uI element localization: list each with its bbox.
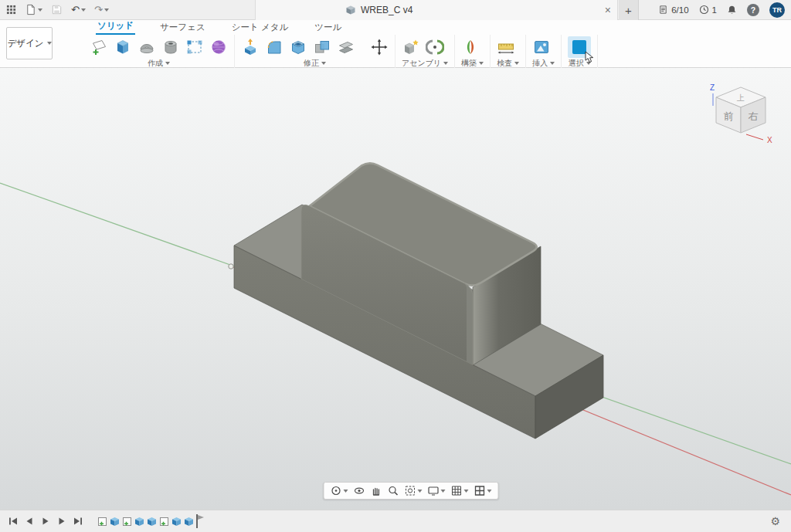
combine-icon[interactable]	[313, 38, 331, 56]
view-cube[interactable]: Z 上 前 右 X	[706, 80, 777, 151]
timeline-feature-extrude[interactable]	[171, 517, 182, 527]
chevron-down-icon	[550, 62, 555, 65]
redo-icon: ↷	[94, 4, 103, 15]
timeline-feature-extrude[interactable]	[110, 517, 120, 527]
workspace-label: デザイン	[7, 38, 43, 49]
construct-label: 構築	[461, 58, 477, 69]
document-tab[interactable]: WREB_C v4 ×	[255, 0, 618, 20]
press-pull-icon[interactable]	[241, 38, 260, 56]
tab-tools[interactable]: ツール	[313, 22, 343, 35]
titlebar: ↶ ↷ WREB_C v4 × + 6/10 1	[0, 0, 791, 20]
bell-icon[interactable]	[727, 5, 737, 15]
tab-surface[interactable]: サーフェス	[158, 22, 207, 35]
create-sketch-icon[interactable]	[90, 38, 108, 56]
pan-hand-icon	[371, 485, 382, 496]
tab-sheet-metal[interactable]: シート メタル	[230, 22, 290, 35]
assemble-dropdown[interactable]: アセンブリ	[402, 58, 448, 69]
group-inspect: 検査	[491, 35, 526, 71]
help-button[interactable]: ?	[747, 4, 759, 16]
look-at-button[interactable]	[354, 485, 365, 496]
split-body-icon[interactable]	[337, 38, 355, 56]
timeline-feature-extrude[interactable]	[134, 517, 144, 527]
ribbon-tabs: ソリッド サーフェス シート メタル ツール	[59, 20, 791, 35]
select-tool-button[interactable]	[568, 36, 591, 58]
revolve-icon[interactable]	[137, 38, 156, 56]
chevron-down-icon	[321, 62, 326, 65]
notification-center-button[interactable]: 1	[699, 5, 717, 15]
fit-button[interactable]	[405, 485, 423, 496]
chevron-down-icon	[418, 490, 423, 493]
mouse-cursor-icon	[585, 51, 595, 63]
pan-button[interactable]	[371, 485, 382, 496]
grid-snaps-button[interactable]	[451, 485, 469, 496]
create-form-icon[interactable]	[209, 38, 228, 56]
create-dropdown[interactable]: 作成	[90, 58, 228, 69]
inspect-dropdown[interactable]: 検査	[497, 58, 519, 69]
inspect-label: 検査	[497, 58, 512, 69]
timeline-feature-extrude[interactable]	[147, 517, 157, 527]
move-copy-icon[interactable]	[370, 38, 389, 56]
clock-icon	[699, 5, 709, 15]
orbit-button[interactable]	[331, 485, 348, 496]
insert-dropdown[interactable]: 挿入	[532, 58, 555, 69]
avatar[interactable]: TR	[769, 2, 785, 18]
viewcube-right-label: 右	[749, 110, 759, 122]
display-settings-button[interactable]	[428, 485, 446, 496]
pattern-icon[interactable]	[185, 38, 204, 56]
shell-icon[interactable]	[289, 38, 307, 56]
timeline-feature-sketch[interactable]	[122, 517, 132, 527]
modify-dropdown[interactable]: 修正	[241, 58, 389, 69]
chevron-down-icon	[47, 42, 52, 45]
assemble-label: アセンブリ	[402, 58, 441, 69]
model-3d[interactable]	[0, 68, 791, 510]
timeline-step-forward-button[interactable]	[56, 516, 67, 527]
app-grid-icon[interactable]	[6, 5, 16, 15]
close-tab-icon[interactable]: ×	[605, 5, 611, 15]
viewcube-front-label: 前	[724, 110, 734, 122]
viewport-canvas[interactable]: Z 上 前 右 X	[0, 68, 791, 510]
chevron-down-icon	[487, 490, 492, 493]
timeline-go-end-button[interactable]	[73, 516, 83, 527]
viewcube-top-label: 上	[736, 93, 745, 102]
joint-icon[interactable]	[426, 38, 444, 56]
group-modify: 修正	[235, 35, 396, 71]
group-select: 選択	[562, 35, 598, 71]
construct-dropdown[interactable]: 構築	[461, 58, 484, 69]
timeline-step-back-button[interactable]	[24, 516, 35, 527]
new-tab-button[interactable]: +	[619, 0, 639, 20]
redo-button[interactable]: ↷	[94, 4, 109, 15]
insert-canvas-icon[interactable]	[532, 38, 551, 56]
document-cube-icon	[345, 5, 356, 15]
undo-button[interactable]: ↶	[71, 4, 86, 15]
timeline-bar: ⚙	[0, 510, 791, 532]
timeline-feature-sketch[interactable]	[97, 517, 107, 527]
viewports-icon	[474, 485, 486, 496]
timeline-play-button[interactable]	[40, 516, 51, 527]
chevron-down-icon	[344, 490, 348, 493]
measure-icon[interactable]	[497, 38, 515, 56]
timeline-go-start-button[interactable]	[8, 516, 19, 527]
job-status-button[interactable]: 6/10	[658, 5, 688, 15]
viewports-button[interactable]	[474, 485, 492, 496]
document-title: WREB_C v4	[361, 5, 412, 15]
construct-plane-icon[interactable]	[461, 38, 480, 56]
zoom-button[interactable]	[388, 485, 399, 496]
origin-point[interactable]	[229, 264, 233, 269]
grid-icon	[451, 485, 463, 496]
hole-icon[interactable]	[161, 38, 180, 56]
save-icon[interactable]	[51, 4, 63, 15]
ribbon-toolbar: デザイン ソリッド サーフェス シート メタル ツール	[0, 20, 791, 68]
extrude-icon[interactable]	[114, 38, 132, 56]
new-component-icon[interactable]	[402, 38, 420, 56]
timeline-feature-sketch[interactable]	[159, 517, 169, 527]
chevron-down-icon	[443, 62, 448, 65]
file-menu-icon[interactable]	[25, 4, 42, 15]
timeline-feature-extrude[interactable]	[184, 517, 194, 527]
fillet-icon[interactable]	[265, 38, 283, 56]
navigation-bar	[324, 482, 499, 500]
display-settings-icon	[428, 485, 440, 496]
workspace-selector[interactable]: デザイン	[6, 27, 53, 59]
timeline-settings-gear-icon[interactable]: ⚙	[770, 515, 780, 527]
tab-solid[interactable]: ソリッド	[96, 20, 135, 35]
timeline-playhead[interactable]	[195, 513, 205, 529]
